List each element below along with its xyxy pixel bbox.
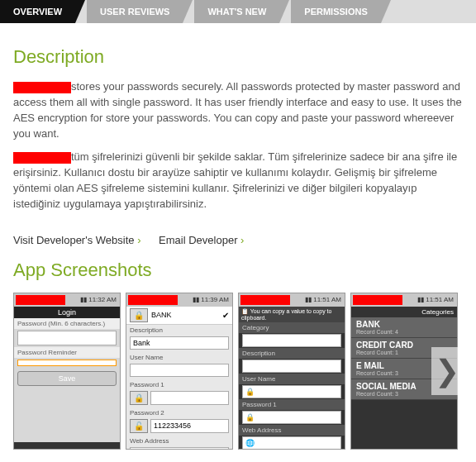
screenshot-2[interactable]: ▮▮ 11:39 AM 🔒 BANK ✔ Description Bank Us…	[126, 293, 233, 450]
tab-whatsnew[interactable]: WHAT'S NEW	[194, 0, 279, 23]
redacted-bar	[16, 295, 65, 305]
password-input: ••••••	[17, 331, 117, 345]
redacted-app-name	[13, 82, 71, 93]
desc-label: Description	[126, 325, 232, 336]
developer-links: Visit Developer's Website Email Develope…	[13, 234, 463, 246]
description-body: stores your passwords securely. All pass…	[13, 79, 463, 212]
carousel-next-icon[interactable]: ❯	[431, 347, 463, 395]
clock: 11:51 AM	[426, 296, 454, 303]
status-bar: ▮▮ 11:32 AM	[14, 293, 120, 307]
signal-icon: ▮▮	[193, 296, 199, 303]
status-bar: ▮▮ 11:39 AM	[126, 293, 232, 307]
web-label: Web Address	[126, 436, 232, 446]
clock: 11:39 AM	[201, 296, 229, 303]
p2-value: 112233456	[150, 419, 229, 433]
visit-website-link[interactable]: Visit Developer's Website	[13, 234, 140, 246]
desc-label: Description	[239, 348, 345, 359]
web-value: http://	[130, 447, 229, 450]
category-value: SOCIAL MEDIA	[242, 334, 341, 347]
username-value	[130, 364, 229, 377]
category-row: BANKRecord Count: 4	[351, 317, 457, 338]
password-label: Password (Min. 6 characters.)	[14, 318, 120, 329]
redacted-bar	[240, 295, 290, 305]
description-tr: tüm şifrelerinizi güvenli bir şekilde sa…	[13, 150, 457, 210]
status-bar: ▮▮ 11:51 AM	[351, 293, 457, 307]
clock: 11:32 AM	[88, 296, 117, 303]
bank-title: BANK	[151, 311, 172, 319]
web-value: 🌐http://www.google.com	[242, 436, 341, 450]
username-label: User Name	[126, 352, 232, 363]
reminder-label: Password Reminder	[14, 347, 120, 358]
tab-bar: OVERVIEW USER REVIEWS WHAT'S NEW PERMISS…	[0, 0, 476, 23]
check-icon: ✔	[222, 311, 229, 320]
p1-label: Password 1	[126, 379, 232, 390]
lock-icon: 🔓	[130, 419, 148, 433]
desc-value: Google+	[242, 360, 341, 373]
screenshot-carousel: ▮▮ 11:32 AM Login Password (Min. 6 chara…	[13, 293, 463, 450]
lock-icon: 🔒	[130, 391, 148, 405]
save-button: Save	[17, 371, 117, 386]
p1-value	[150, 391, 229, 405]
signal-icon: ▮▮	[305, 296, 312, 303]
categories-header: Categories	[351, 307, 457, 317]
web-label: Web Address	[239, 425, 345, 436]
desc-value: Bank	[130, 336, 229, 350]
lock-icon: 🔒	[130, 308, 148, 322]
p1-label: Password 1	[239, 399, 345, 410]
reminder-input	[17, 360, 117, 366]
tab-reviews[interactable]: USER REVIEWS	[87, 0, 183, 23]
signal-icon: ▮▮	[80, 296, 87, 303]
description-en: stores your passwords securely. All pass…	[13, 80, 462, 140]
screenshot-3[interactable]: ▮▮ 11:51 AM 📋 You can copy a value to co…	[238, 293, 345, 450]
redacted-bar	[353, 295, 402, 305]
category-label: Category	[239, 322, 345, 333]
tab-permissions[interactable]: PERMISSIONS	[291, 0, 380, 23]
copy-tip: 📋 You can copy a value to copy to clipbo…	[239, 307, 345, 322]
p2-label: Password 2	[126, 407, 232, 418]
login-header: Login	[14, 307, 120, 318]
p1-value: 🔒1234567890	[242, 411, 341, 424]
status-bar: ▮▮ 11:51 AM	[239, 293, 345, 307]
screenshot-1[interactable]: ▮▮ 11:32 AM Login Password (Min. 6 chara…	[13, 293, 121, 450]
redacted-app-name	[13, 152, 71, 164]
clock: 11:51 AM	[313, 296, 341, 303]
username-value: 🔒asdewq12@gmail.com	[242, 385, 341, 398]
username-label: User Name	[239, 374, 345, 384]
screenshots-heading: App Screenshots	[13, 260, 463, 281]
email-developer-link[interactable]: Email Developer	[159, 234, 244, 246]
signal-icon: ▮▮	[417, 296, 424, 303]
description-heading: Description	[13, 46, 463, 68]
tab-overview[interactable]: OVERVIEW	[0, 0, 75, 23]
redacted-bar	[128, 295, 178, 305]
